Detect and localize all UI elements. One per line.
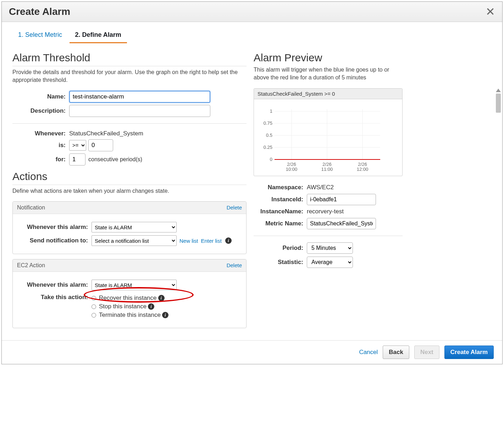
svg-text:0.5: 0.5 (266, 133, 272, 138)
svg-text:1: 1 (270, 108, 272, 114)
tab-select-metric[interactable]: 1. Select Metric (12, 28, 68, 42)
preview-chart: StatusCheckFailed_System >= 0 1 0.75 0.5… (254, 88, 403, 176)
terminate-radio[interactable] (92, 313, 96, 318)
svg-text:2/26: 2/26 (358, 162, 367, 167)
info-icon[interactable]: i (162, 312, 168, 318)
notif-send-select[interactable]: Select a notification list (92, 235, 177, 246)
recover-label: Recover this instance (99, 294, 157, 302)
info-icon[interactable]: i (148, 303, 154, 310)
chart-title: StatusCheckFailed_System >= 0 (254, 89, 402, 99)
notif-whenever-label: Whenever this alarm: (17, 224, 92, 231)
ec2-action-panel: EC2 Action Delete Whenever this alarm: S… (12, 259, 247, 328)
info-icon[interactable]: i (158, 295, 165, 301)
preview-heading: Alarm Preview (254, 52, 403, 64)
actions-heading: Actions (12, 170, 247, 185)
new-list-link[interactable]: New list (179, 238, 198, 244)
svg-text:0: 0 (270, 157, 272, 162)
ec2-whenever-select[interactable]: State is ALARM (92, 280, 177, 290)
recover-radio[interactable] (92, 296, 96, 301)
svg-text:0.25: 0.25 (264, 145, 272, 150)
scroll-up-icon[interactable] (496, 89, 501, 92)
tab-bar: 1. Select Metric 2. Define Alarm (2, 22, 502, 43)
svg-text:11:00: 11:00 (321, 167, 333, 172)
svg-text:10:00: 10:00 (286, 167, 298, 172)
name-input[interactable] (69, 91, 210, 103)
create-alarm-button[interactable]: Create Alarm (444, 346, 494, 359)
name-label: Name: (12, 93, 69, 100)
whenever-label: Whenever: (12, 130, 69, 137)
svg-text:12:00: 12:00 (357, 167, 369, 172)
ec2-delete-link[interactable]: Delete (227, 262, 242, 269)
terminate-label: Terminate this instance (99, 312, 161, 319)
instanceid-input[interactable] (307, 194, 376, 205)
scrollbar-thumb[interactable] (496, 94, 501, 113)
svg-text:0.75: 0.75 (264, 120, 272, 126)
tab-define-alarm[interactable]: 2. Define Alarm (70, 28, 127, 43)
cancel-link[interactable]: Cancel (359, 349, 378, 356)
ec2-whenever-label: Whenever this alarm: (17, 281, 92, 288)
notif-whenever-select[interactable]: State is ALARM (92, 222, 177, 232)
chart-svg: 1 0.75 0.5 0.25 0 (256, 102, 384, 173)
back-button[interactable]: Back (383, 346, 409, 359)
whenever-metric-value: StatusCheckFailed_System (69, 130, 143, 137)
svg-text:2/26: 2/26 (322, 162, 331, 167)
instancename-value: recorvery-test (307, 208, 344, 215)
metricname-input[interactable] (307, 218, 376, 229)
ec2-title: EC2 Action (17, 262, 45, 269)
statistic-select[interactable]: Average (307, 257, 353, 268)
period-label: Period: (254, 245, 307, 252)
close-icon[interactable]: ✕ (486, 6, 495, 17)
actions-desc: Define what actions are taken when your … (12, 187, 247, 195)
for-periods-input[interactable] (69, 153, 85, 165)
stop-label: Stop this instance (99, 303, 146, 310)
statistic-label: Statistic: (254, 259, 307, 266)
for-label: for: (12, 156, 69, 163)
notification-panel: Notification Delete Whenever this alarm:… (12, 201, 247, 254)
description-input[interactable] (69, 105, 210, 117)
next-button: Next (414, 346, 439, 359)
threshold-value-input[interactable] (88, 139, 113, 151)
info-icon[interactable]: i (225, 237, 232, 244)
for-suffix: consecutive period(s) (88, 156, 142, 163)
threshold-heading: Alarm Threshold (12, 52, 247, 66)
namespace-label: Namespace: (254, 184, 307, 191)
metricname-label: Metric Name: (254, 220, 307, 227)
notif-send-label: Send notification to: (17, 237, 92, 244)
enter-list-link[interactable]: Enter list (201, 238, 222, 244)
instanceid-label: InstanceId: (254, 196, 307, 203)
preview-desc: This alarm will trigger when the blue li… (254, 66, 403, 82)
stop-radio[interactable] (92, 304, 96, 309)
description-label: Description: (12, 107, 69, 114)
threshold-desc: Provide the details and threshold for yo… (12, 68, 247, 84)
is-label: is: (12, 142, 69, 149)
notification-delete-link[interactable]: Delete (227, 204, 242, 211)
period-select[interactable]: 5 Minutes (307, 242, 353, 254)
dialog-title: Create Alarm (9, 6, 70, 17)
notification-title: Notification (17, 204, 45, 211)
svg-text:2/26: 2/26 (287, 162, 296, 167)
ec2-take-action-label: Take this action: (17, 293, 92, 301)
namespace-value: AWS/EC2 (307, 184, 334, 191)
comparison-select[interactable]: >= (69, 140, 86, 151)
instancename-label: InstanceName: (254, 208, 307, 215)
